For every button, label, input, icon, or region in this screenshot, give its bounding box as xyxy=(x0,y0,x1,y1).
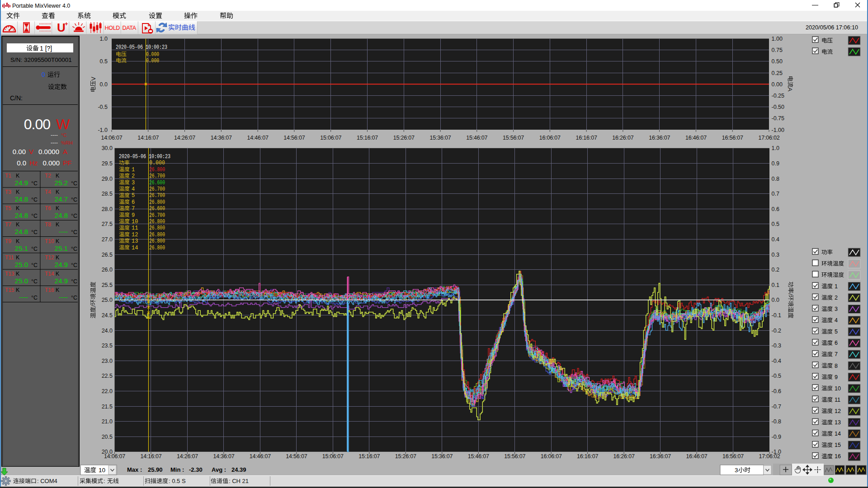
svg-text:/: / xyxy=(90,305,97,307)
svg-text:24.0: 24.0 xyxy=(102,328,113,334)
svg-text:0.25: 0.25 xyxy=(772,70,783,76)
svg-text:16:36:07: 16:36:07 xyxy=(650,453,671,460)
svg-text:0.75: 0.75 xyxy=(772,47,783,53)
svg-text:25.90: 25.90 xyxy=(148,466,163,473)
svg-text:0.1: 0.1 xyxy=(772,282,779,288)
svg-text:7: 7 xyxy=(835,351,838,357)
svg-text:16:46:07: 16:46:07 xyxy=(685,135,707,141)
svg-text:+: + xyxy=(65,20,68,27)
svg-text:14:16:07: 14:16:07 xyxy=(137,135,159,141)
svg-text:0.4: 0.4 xyxy=(772,236,779,243)
svg-text:15:56:07: 15:56:07 xyxy=(504,453,525,460)
svg-text:0.6: 0.6 xyxy=(772,206,779,212)
svg-text:10: 10 xyxy=(132,219,138,225)
svg-text:4: 4 xyxy=(835,317,838,324)
svg-text:0.3: 0.3 xyxy=(772,252,779,258)
svg-text:2: 2 xyxy=(132,173,135,179)
svg-text:T2: T2 xyxy=(45,173,51,179)
svg-text:V: V xyxy=(29,148,33,155)
svg-text:PF: PF xyxy=(63,159,71,167)
svg-text:16: 16 xyxy=(835,453,841,460)
svg-text:16:56:07: 16:56:07 xyxy=(722,135,743,141)
svg-text:K: K xyxy=(16,271,20,277)
svg-text:15:16:07: 15:16:07 xyxy=(359,453,380,460)
svg-text:-0.75: -0.75 xyxy=(772,115,785,122)
svg-text:14:16:07: 14:16:07 xyxy=(140,453,161,460)
svg-text:26.0: 26.0 xyxy=(102,267,113,273)
svg-text:14:26:07: 14:26:07 xyxy=(177,453,198,460)
svg-text:24.8: 24.8 xyxy=(15,211,28,219)
svg-text:-0.5: -0.5 xyxy=(98,104,108,110)
svg-text:0.5: 0.5 xyxy=(772,221,779,227)
svg-text:----: ---- xyxy=(59,228,68,235)
svg-text:15:36:07: 15:36:07 xyxy=(429,135,451,141)
svg-text:24.5: 24.5 xyxy=(102,312,113,319)
svg-text:-0.3: -0.3 xyxy=(772,343,782,349)
svg-text:K: K xyxy=(16,221,20,228)
svg-text:6: 6 xyxy=(132,199,135,206)
svg-text:14:06:07: 14:06:07 xyxy=(101,135,122,141)
svg-text:V: V xyxy=(90,76,97,80)
svg-text:----: ---- xyxy=(59,293,68,301)
svg-text:0.2: 0.2 xyxy=(772,267,779,273)
svg-text:28.5: 28.5 xyxy=(102,191,113,197)
svg-text:: 0.5 S: : 0.5 S xyxy=(169,478,186,484)
svg-text:24.39: 24.39 xyxy=(231,466,246,473)
svg-text:25.0: 25.0 xyxy=(102,297,113,303)
svg-text:-1.0: -1.0 xyxy=(98,127,108,133)
svg-text:-0.7: -0.7 xyxy=(772,404,782,410)
svg-text:T1: T1 xyxy=(5,173,11,179)
svg-text:T14: T14 xyxy=(45,271,54,277)
svg-text:24.8: 24.8 xyxy=(55,211,68,219)
svg-text:26.800: 26.800 xyxy=(149,238,165,244)
svg-text:0.7: 0.7 xyxy=(772,191,779,197)
svg-text:HOLD: HOLD xyxy=(105,25,120,31)
svg-text:15:26:07: 15:26:07 xyxy=(393,135,415,141)
svg-text:K: K xyxy=(56,221,60,228)
svg-text:12: 12 xyxy=(132,232,138,238)
svg-text:23.0: 23.0 xyxy=(102,358,113,364)
svg-text:5: 5 xyxy=(835,328,838,335)
svg-text:13: 13 xyxy=(132,238,138,244)
svg-text:2: 2 xyxy=(835,295,838,301)
svg-text:26.700: 26.700 xyxy=(149,173,165,179)
svg-text:16:06:07: 16:06:07 xyxy=(539,135,561,141)
svg-text:5: 5 xyxy=(132,192,135,199)
svg-text:16:56:07: 16:56:07 xyxy=(722,453,744,460)
svg-text:S/N:: S/N: xyxy=(10,56,22,63)
svg-text:°C: °C xyxy=(31,229,38,235)
svg-text:26.800: 26.800 xyxy=(149,199,165,206)
svg-text:T12: T12 xyxy=(45,254,54,261)
svg-text:30.0: 30.0 xyxy=(102,145,113,151)
svg-text:°C: °C xyxy=(71,278,77,285)
svg-text:14: 14 xyxy=(132,245,138,251)
svg-text:Max :: Max : xyxy=(127,466,142,473)
svg-text:T10: T10 xyxy=(45,238,54,244)
svg-text:2020-05-06 10:00:23: 2020-05-06 10:00:23 xyxy=(116,44,167,51)
svg-text:21.5: 21.5 xyxy=(102,404,113,410)
svg-text:14:36:07: 14:36:07 xyxy=(213,453,234,460)
svg-text:26.700: 26.700 xyxy=(149,212,165,219)
svg-text:26.600: 26.600 xyxy=(149,179,165,186)
svg-text:K: K xyxy=(56,189,60,195)
svg-text:-0.5: -0.5 xyxy=(772,373,782,379)
svg-text:10: 10 xyxy=(99,467,105,474)
svg-text:: COM4: : COM4 xyxy=(37,478,57,484)
svg-text:0.000: 0.000 xyxy=(146,57,159,64)
svg-text:K: K xyxy=(16,205,20,211)
svg-text:0.5: 0.5 xyxy=(100,58,108,65)
svg-text:16:46:07: 16:46:07 xyxy=(686,453,708,460)
svg-text:°C: °C xyxy=(71,262,77,268)
svg-text:24.8: 24.8 xyxy=(15,195,28,203)
svg-text:29.0: 29.0 xyxy=(102,176,113,182)
svg-text:15:06:07: 15:06:07 xyxy=(320,135,341,141)
svg-text:°C: °C xyxy=(61,132,66,138)
svg-text:T13: T13 xyxy=(5,271,14,277)
svg-text:1: 1 xyxy=(132,167,135,173)
svg-text:27.0: 27.0 xyxy=(102,236,113,243)
svg-text:-0.9: -0.9 xyxy=(772,434,782,440)
svg-text:----: ---- xyxy=(19,293,28,301)
svg-text:26.600: 26.600 xyxy=(149,205,165,212)
svg-text:0.0: 0.0 xyxy=(17,159,26,167)
svg-text:-0.2: -0.2 xyxy=(772,328,782,334)
